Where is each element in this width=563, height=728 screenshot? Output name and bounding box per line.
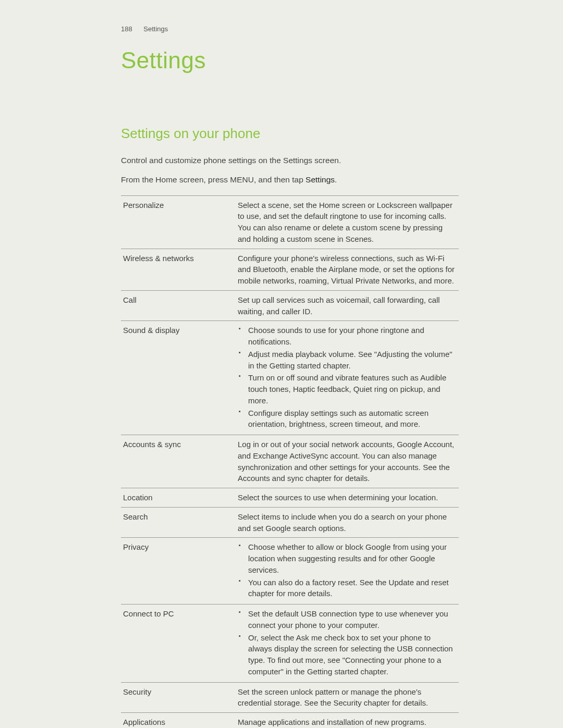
table-row: LocationSelect the sources to use when d… [121, 488, 459, 508]
setting-label: Privacy [121, 538, 236, 604]
setting-description: Choose sounds to use for your phone ring… [236, 321, 459, 435]
table-row: PersonalizeSelect a scene, set the Home … [121, 195, 459, 249]
intro-2-suffix: . [335, 175, 337, 184]
bullet-list: Set the default USB connection type to u… [238, 608, 457, 677]
table-row: SearchSelect items to include when you d… [121, 507, 459, 538]
setting-description: Set up call services such as voicemail, … [236, 290, 459, 321]
setting-label: Location [121, 488, 236, 508]
table-row: PrivacyChoose whether to allow or block … [121, 538, 459, 604]
setting-label: Applications [121, 713, 236, 729]
setting-label: Call [121, 290, 236, 321]
setting-description: Manage applications and installation of … [236, 713, 459, 729]
setting-description: Set the screen unlock pattern or manage … [236, 682, 459, 713]
list-item: Or, select the Ask me check box to set y… [246, 632, 457, 677]
page-title: Settings [121, 47, 459, 73]
setting-label: Accounts & sync [121, 435, 236, 488]
setting-label: Sound & display [121, 321, 236, 435]
setting-label: Security [121, 682, 236, 713]
table-row: SecuritySet the screen unlock pattern or… [121, 682, 459, 713]
header-section: Settings [143, 25, 168, 33]
bullet-list: Choose whether to allow or block Google … [238, 541, 457, 599]
table-row: Sound & displayChoose sounds to use for … [121, 321, 459, 435]
setting-description: Set the default USB connection type to u… [236, 604, 459, 683]
intro-paragraph-1: Control and customize phone settings on … [121, 154, 459, 166]
intro-2-bold: Settings [305, 175, 335, 184]
list-item: Choose whether to allow or block Google … [246, 541, 457, 575]
setting-label: Search [121, 507, 236, 538]
list-item: Turn on or off sound and vibrate feature… [246, 372, 457, 406]
table-row: Wireless & networksConfigure your phone'… [121, 249, 459, 290]
page-content: 188 Settings Settings Settings on your p… [0, 0, 563, 728]
setting-description: Select the sources to use when determini… [236, 488, 459, 508]
page-number: 188 [121, 25, 132, 33]
setting-label: Personalize [121, 195, 236, 249]
table-row: Connect to PCSet the default USB connect… [121, 604, 459, 683]
table-row: ApplicationsManage applications and inst… [121, 713, 459, 729]
running-header: 188 Settings [121, 25, 459, 33]
bullet-list: Choose sounds to use for your phone ring… [238, 325, 457, 430]
setting-description: Configure your phone's wireless connecti… [236, 249, 459, 290]
table-row: CallSet up call services such as voicema… [121, 290, 459, 321]
setting-label: Wireless & networks [121, 249, 236, 290]
list-item: Set the default USB connection type to u… [246, 608, 457, 631]
section-heading: Settings on your phone [121, 126, 459, 142]
list-item: Configure display settings such as autom… [246, 408, 457, 430]
intro-paragraph-2: From the Home screen, press MENU, and th… [121, 174, 459, 186]
setting-description: Select items to include when you do a se… [236, 507, 459, 538]
setting-description: Log in or out of your social network acc… [236, 435, 459, 488]
setting-description: Choose whether to allow or block Google … [236, 538, 459, 604]
settings-table: PersonalizeSelect a scene, set the Home … [121, 195, 459, 729]
list-item: Adjust media playback volume. See "Adjus… [246, 349, 457, 372]
setting-label: Connect to PC [121, 604, 236, 683]
intro-2-prefix: From the Home screen, press MENU, and th… [121, 175, 305, 184]
list-item: Choose sounds to use for your phone ring… [246, 325, 457, 348]
list-item: You can also do a factory reset. See the… [246, 577, 457, 600]
table-row: Accounts & syncLog in or out of your soc… [121, 435, 459, 488]
setting-description: Select a scene, set the Home screen or L… [236, 195, 459, 249]
